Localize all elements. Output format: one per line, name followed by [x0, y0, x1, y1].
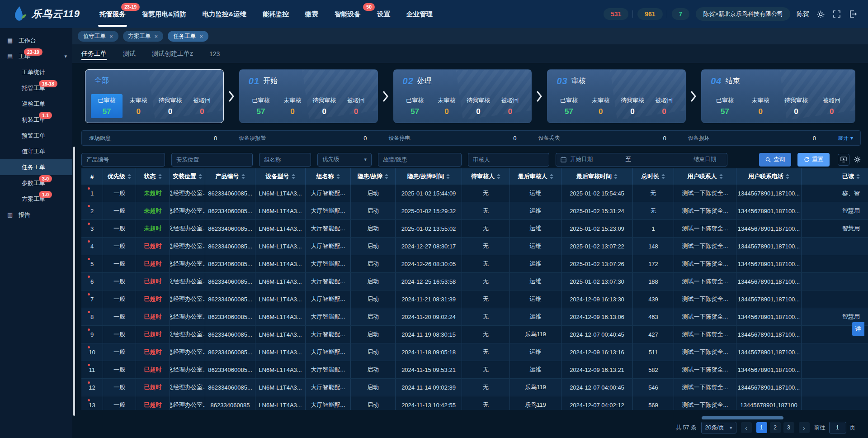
horizontal-scrollbar[interactable]: [702, 416, 783, 419]
column-header[interactable]: 组名称: [306, 168, 351, 185]
status-card[interactable]: 03 审核 已审核 57 未审核 0: [547, 69, 686, 123]
card-stat[interactable]: 待我审核 0: [617, 94, 648, 118]
sort-icon[interactable]: [550, 174, 553, 179]
fault-field[interactable]: [378, 153, 462, 167]
close-icon[interactable]: ×: [199, 33, 203, 40]
column-header[interactable]: 已读: [802, 168, 868, 185]
table-row[interactable]: 4 一般 已超时 总经理办公室... 862334060085... LN6M-…: [81, 238, 868, 255]
table-row[interactable]: 12 一般 已超时 总经理办公室... 862334060085... LN6M…: [81, 379, 868, 396]
menu-item[interactable]: 设置: [370, 0, 397, 28]
menu-item[interactable]: 托管服务 23-19: [93, 0, 132, 28]
menu-item[interactable]: 缴费: [298, 0, 325, 28]
sort-icon[interactable]: [614, 174, 618, 179]
group-name-field[interactable]: [259, 153, 311, 167]
sidebar-item[interactable]: ▦ 工作台 ▾: [0, 33, 72, 48]
sort-icon[interactable]: [241, 174, 245, 179]
sidebar-item[interactable]: 方案工单 1-0 ▾: [0, 191, 72, 207]
status-card[interactable]: 04 结束 已审核 57 未审核 0: [701, 69, 855, 123]
card-stat[interactable]: 已审核 57: [707, 94, 743, 118]
page-tab[interactable]: 测试创建工单z: [152, 44, 193, 63]
card-stat[interactable]: 待我审核 0: [154, 94, 186, 118]
table-row[interactable]: 6 一般 已超时 总经理办公室... 862334060085... LN6M-…: [81, 273, 868, 290]
sidebar-item[interactable]: 参数工单 3-0 ▾: [0, 175, 72, 191]
card-stat[interactable]: 未审核 0: [743, 94, 778, 118]
column-header[interactable]: 最后审核人: [510, 168, 561, 185]
page-number-button[interactable]: 3: [783, 422, 794, 433]
column-header[interactable]: #: [81, 168, 103, 185]
sidebar-item[interactable]: 预警工单 ▾: [0, 128, 72, 143]
column-header[interactable]: 隐患/故障时间: [396, 168, 462, 185]
column-header[interactable]: 用户联系电话: [736, 168, 802, 185]
user-name[interactable]: 陈贺: [797, 10, 809, 18]
sort-icon[interactable]: [292, 174, 295, 179]
sidebar-item[interactable]: 工单统计 ▾: [0, 64, 72, 80]
table-row[interactable]: 5 一般 已超时 总经理办公室... 862334060085... LN6M-…: [81, 255, 868, 273]
menu-item[interactable]: 能耗监控: [256, 0, 296, 28]
card-stat[interactable]: 被驳回 0: [340, 94, 372, 118]
column-header[interactable]: 隐患/故障: [351, 168, 396, 185]
page-size-select[interactable]: 20条/页 ▾: [701, 422, 736, 433]
reset-button[interactable]: 重置: [797, 153, 830, 167]
menu-item[interactable]: 智慧用电&消防: [135, 0, 193, 28]
table-row[interactable]: 10 一般 已超时 总经理办公室... 862334060085... LN6M…: [81, 343, 868, 361]
card-stat[interactable]: 已审核 57: [399, 94, 431, 118]
sort-icon[interactable]: [198, 174, 202, 179]
location-field[interactable]: [171, 153, 253, 167]
sort-icon[interactable]: [786, 174, 789, 179]
column-header[interactable]: 最后审核时间: [561, 168, 633, 185]
status-card[interactable]: 02 处理 已审核 57 未审核 0: [393, 69, 532, 123]
column-header[interactable]: 优先级: [103, 168, 136, 185]
card-stat[interactable]: 已审核 57: [91, 94, 123, 118]
page-number-button[interactable]: 1: [756, 422, 767, 433]
sidebar-item[interactable]: 任务工单 ▾: [0, 159, 72, 175]
column-header[interactable]: 总时长: [633, 168, 674, 185]
vertical-scrollbar[interactable]: [73, 147, 75, 416]
card-stat[interactable]: 未审核 0: [431, 94, 462, 118]
card-stat[interactable]: 已审核 57: [553, 94, 585, 118]
column-header[interactable]: 设备型号: [255, 168, 306, 185]
card-stat[interactable]: 被驳回 0: [648, 94, 680, 118]
close-icon[interactable]: ×: [155, 33, 158, 40]
table-row[interactable]: 11 一般 已超时 总经理办公室... 862334060085... LN6M…: [81, 361, 868, 379]
column-display-icon[interactable]: [838, 154, 849, 166]
card-stat[interactable]: 未审核 0: [123, 94, 154, 118]
sidebar-item[interactable]: ▤ 工单 23-19 ▾: [0, 48, 72, 64]
page-tab[interactable]: 123: [209, 44, 220, 63]
table-row[interactable]: 3 一般 未超时 总经理办公室... 862334060085... LN6M-…: [81, 220, 868, 238]
status-card[interactable]: 01 开始 已审核 57 未审核 0: [239, 69, 378, 123]
counter-pill[interactable]: 961: [637, 8, 662, 20]
date-range-picker[interactable]: 开始日期 至 结束日期: [556, 153, 727, 167]
sort-icon[interactable]: [336, 174, 340, 179]
company-selector[interactable]: 陈贺>新北京乐鸟科技有限公司: [696, 7, 790, 21]
menu-item[interactable]: 企业管理: [400, 0, 439, 28]
column-header[interactable]: 待审核人: [462, 168, 510, 185]
menu-item[interactable]: 电力监控&运维: [196, 0, 253, 28]
sidebar-item[interactable]: 托管工单 18-18 ▾: [0, 80, 72, 96]
table-row[interactable]: 2 一般 未超时 总经理办公室... 862334060085... LN6M-…: [81, 202, 868, 220]
counter-pill[interactable]: 531: [604, 8, 628, 20]
table-row[interactable]: 1 一般 未超时 总经理办公室... 862334060085... LN6M-…: [81, 185, 868, 202]
card-stat[interactable]: 待我审核 0: [778, 94, 814, 118]
sort-icon[interactable]: [497, 174, 500, 179]
app-logo[interactable]: 乐鸟云119: [0, 5, 93, 23]
menu-item[interactable]: 智能设备 50: [328, 0, 368, 28]
card-stat[interactable]: 未审核 0: [585, 94, 617, 118]
theme-icon[interactable]: [816, 9, 826, 19]
product-no-field[interactable]: [81, 153, 165, 167]
close-icon[interactable]: ×: [109, 33, 113, 40]
card-stat[interactable]: 被驳回 0: [494, 94, 526, 118]
next-page-button[interactable]: ›: [799, 422, 810, 433]
status-card[interactable]: 全部 已审核 57 未审核 0: [85, 69, 224, 123]
sort-icon[interactable]: [158, 174, 162, 179]
expand-link[interactable]: 展开 ▾: [838, 134, 853, 142]
counter-pill[interactable]: 7: [672, 8, 690, 20]
sidebar-item[interactable]: 值守工单 ▾: [0, 143, 72, 159]
fullscreen-icon[interactable]: [832, 9, 842, 19]
sidebar-item[interactable]: ▥ 报告 ▾: [0, 207, 72, 223]
card-stat[interactable]: 未审核 0: [277, 94, 308, 118]
card-stat[interactable]: 被驳回 0: [186, 94, 218, 118]
prev-page-button[interactable]: ‹: [741, 422, 752, 433]
page-tab[interactable]: 测试: [123, 44, 136, 63]
column-header[interactable]: 状态: [136, 168, 170, 185]
table-row[interactable]: 13 一般 已超时 总经理办公室... 862334060085 LN6M-L1…: [81, 396, 868, 410]
